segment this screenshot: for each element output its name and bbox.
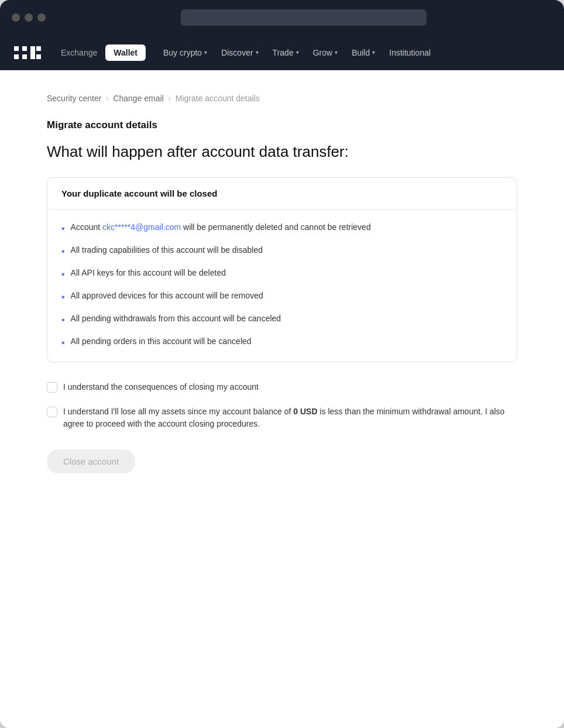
bullet-dot: • bbox=[61, 222, 65, 236]
checkbox-1[interactable] bbox=[47, 382, 57, 393]
svg-rect-1 bbox=[14, 54, 19, 59]
nav-link-discover[interactable]: Discover ▾ bbox=[215, 44, 264, 61]
nav-bar: Exchange Wallet Buy crypto ▾ Discover ▾ … bbox=[0, 35, 564, 70]
chevron-down-icon: ▾ bbox=[335, 49, 338, 56]
svg-rect-5 bbox=[30, 54, 35, 59]
info-card-header: Your duplicate account will be closed bbox=[47, 178, 517, 210]
checkbox-row-1: I understand the consequences of closing… bbox=[47, 381, 517, 394]
bullet-text-2: All trading capabilities of this account… bbox=[71, 244, 263, 256]
traffic-light-minimize[interactable] bbox=[25, 13, 33, 22]
bullet-item-1: • Account ckc*****4@gmail.com will be pe… bbox=[61, 221, 503, 236]
nav-link-build[interactable]: Build ▾ bbox=[346, 44, 381, 61]
svg-rect-0 bbox=[14, 46, 19, 51]
nav-link-buy-crypto[interactable]: Buy crypto ▾ bbox=[157, 44, 213, 61]
checkbox-label-2: I understand I'll lose all my assets sin… bbox=[63, 406, 517, 431]
chevron-down-icon: ▾ bbox=[204, 49, 207, 56]
title-bar bbox=[0, 0, 564, 35]
nav-link-trade[interactable]: Trade ▾ bbox=[267, 44, 305, 61]
nav-links: Buy crypto ▾ Discover ▾ Trade ▾ Grow ▾ B… bbox=[157, 44, 436, 61]
main-content: Security center › Change email › Migrate… bbox=[0, 70, 564, 728]
bullet-dot: • bbox=[61, 245, 65, 259]
address-bar[interactable] bbox=[181, 9, 427, 26]
traffic-lights bbox=[12, 13, 46, 22]
nav-tabs: Exchange Wallet bbox=[53, 44, 146, 61]
bullet-item-3: • All API keys for this account will be … bbox=[61, 267, 503, 281]
page-title: Migrate account details bbox=[47, 119, 517, 131]
checkbox-label-1: I understand the consequences of closing… bbox=[63, 381, 259, 394]
svg-rect-6 bbox=[36, 46, 41, 51]
bullet-text-6: All pending orders in this account will … bbox=[71, 335, 252, 348]
highlight-email: ckc*****4@gmail.com bbox=[102, 222, 181, 232]
bullet-item-5: • All pending withdrawals from this acco… bbox=[61, 313, 503, 327]
okx-logo bbox=[14, 46, 41, 59]
breadcrumb-change-email[interactable]: Change email bbox=[113, 94, 163, 103]
bullet-dot: • bbox=[61, 336, 65, 350]
checkbox-group: I understand the consequences of closing… bbox=[47, 381, 517, 431]
svg-rect-7 bbox=[36, 54, 41, 59]
breadcrumb-sep-1: › bbox=[106, 94, 108, 102]
traffic-light-maximize[interactable] bbox=[37, 13, 46, 22]
chevron-down-icon: ▾ bbox=[296, 49, 299, 56]
svg-rect-4 bbox=[30, 46, 35, 51]
bullet-dot: • bbox=[61, 313, 65, 327]
bullet-text-4: All approved devices for this account wi… bbox=[71, 290, 263, 302]
traffic-light-close[interactable] bbox=[12, 13, 20, 22]
info-card: Your duplicate account will be closed • … bbox=[47, 177, 517, 362]
close-account-button[interactable]: Close account bbox=[47, 449, 135, 473]
svg-rect-3 bbox=[22, 54, 27, 59]
breadcrumb: Security center › Change email › Migrate… bbox=[47, 94, 517, 103]
tab-wallet[interactable]: Wallet bbox=[105, 44, 146, 61]
bullet-text-3: All API keys for this account will be de… bbox=[71, 267, 226, 279]
chevron-down-icon: ▾ bbox=[372, 49, 375, 56]
bullet-item-2: • All trading capabilities of this accou… bbox=[61, 244, 503, 259]
bullet-item-6: • All pending orders in this account wil… bbox=[61, 335, 503, 350]
bullet-dot: • bbox=[61, 267, 65, 281]
breadcrumb-security-center[interactable]: Security center bbox=[47, 94, 101, 103]
checkbox-2[interactable] bbox=[47, 407, 57, 417]
nav-link-institutional[interactable]: Institutional bbox=[383, 44, 436, 61]
nav-link-grow[interactable]: Grow ▾ bbox=[307, 44, 343, 61]
browser-window: Exchange Wallet Buy crypto ▾ Discover ▾ … bbox=[0, 0, 564, 728]
bullet-item-4: • All approved devices for this account … bbox=[61, 290, 503, 304]
chevron-down-icon: ▾ bbox=[256, 49, 259, 56]
tab-exchange[interactable]: Exchange bbox=[53, 44, 105, 61]
bullet-text-1: Account ckc*****4@gmail.com will be perm… bbox=[71, 221, 371, 233]
section-heading: What will happen after account data tran… bbox=[47, 143, 517, 161]
bullet-dot: • bbox=[61, 290, 65, 304]
svg-rect-8 bbox=[30, 50, 35, 55]
svg-rect-2 bbox=[22, 46, 27, 51]
info-card-body: • Account ckc*****4@gmail.com will be pe… bbox=[47, 210, 517, 362]
bullet-text-5: All pending withdrawals from this accoun… bbox=[71, 313, 281, 325]
checkbox-row-2: I understand I'll lose all my assets sin… bbox=[47, 406, 517, 431]
breadcrumb-migrate: Migrate account details bbox=[176, 94, 260, 103]
breadcrumb-sep-2: › bbox=[168, 94, 171, 102]
